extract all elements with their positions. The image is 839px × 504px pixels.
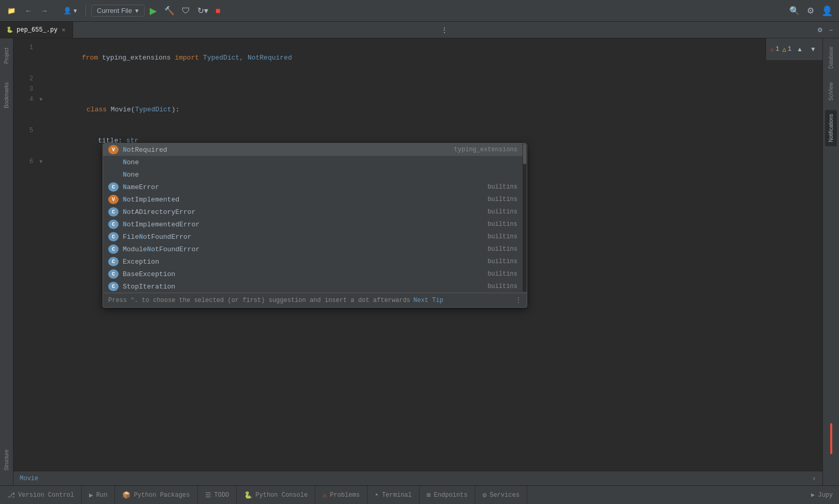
breadcrumb-movie[interactable]: Movie <box>20 475 38 482</box>
ac-name-notadirectoryerror: NotADirectoryError <box>123 208 487 216</box>
run-button[interactable]: ▶ <box>148 3 159 19</box>
ac-rest-none-2: one <box>127 171 139 179</box>
autocomplete-item-none-2[interactable]: None <box>103 168 527 181</box>
editor-content[interactable]: 1 from typing_extensions import TypedDic… <box>13 38 822 471</box>
search-icon: 🔍 <box>789 6 800 16</box>
sidebar-item-notifications[interactable]: Notifications <box>825 110 837 146</box>
ac-rest-notadirectoryerror: otADirectoryError <box>127 208 196 216</box>
ac-highlight-n: N <box>123 146 127 154</box>
ac-rest-nameerror: ameError <box>127 183 159 191</box>
ac-icon-c-filenotfound: C <box>108 232 119 241</box>
ac-source-notadirectoryerror: builtins <box>487 208 522 215</box>
tab-close-button[interactable]: × <box>61 26 66 34</box>
bottom-tab-python-console[interactable]: 🐍 Python Console <box>237 486 315 504</box>
autocomplete-item-baseexception[interactable]: C BaseException builtins <box>103 268 527 280</box>
autocomplete-item-none-1[interactable]: None <box>103 156 527 168</box>
stop-icon: ■ <box>215 6 221 16</box>
fold-icon-6[interactable]: ▼ <box>39 157 44 167</box>
expand-icon[interactable]: › <box>812 474 816 483</box>
settings-tab-button[interactable]: ⚙ <box>815 24 825 36</box>
bottom-tab-terminal[interactable]: ▪ Terminal <box>368 486 420 504</box>
jupyter-label: Jupy <box>818 492 833 499</box>
ac-icon-c-notadir: C <box>108 207 119 217</box>
autocomplete-item-notrequired[interactable]: V NotRequired typing_extensions <box>103 143 527 156</box>
ac-name-notimplemented: NotImplemented <box>123 196 487 204</box>
bottom-tab-todo[interactable]: ☰ TODO <box>198 486 237 504</box>
bottom-tab-services[interactable]: ⚙ Services <box>475 486 527 504</box>
bottom-tab-version-control[interactable]: ⎇ Version Control <box>0 486 82 504</box>
sidebar-item-project[interactable]: Project <box>1 44 12 68</box>
main-area: Project Bookmarks Structure ⚠ 1 △ 1 ▲ ▼ … <box>0 38 839 485</box>
ac-text-exception: Exception <box>123 258 159 266</box>
jupyter-button[interactable]: ▶ Jupy <box>805 486 839 504</box>
kw-from: from <box>82 54 102 62</box>
ac-icon-c-notimplementederror: C <box>108 220 119 229</box>
nav-folder-button[interactable]: 📁 <box>4 5 19 17</box>
ac-icon-v-notrequired: V <box>108 145 119 154</box>
tip-next-link[interactable]: Next Tip <box>413 297 443 304</box>
nav-back-button[interactable]: ← <box>22 5 35 17</box>
settings-icon: ⚙ <box>807 6 814 16</box>
python-console-icon: 🐍 <box>244 491 252 499</box>
reload-button[interactable]: ↻ ▾ <box>195 4 210 18</box>
bottom-tab-python-packages[interactable]: 📦 Python Packages <box>115 486 197 504</box>
ac-highlight-n1: N <box>123 159 127 166</box>
sidebar-item-database[interactable]: Database <box>825 42 837 73</box>
play-icon: ▶ <box>150 5 157 17</box>
ac-text-baseexception: BaseException <box>123 270 175 278</box>
search-button[interactable]: 🔍 <box>787 4 802 18</box>
autocomplete-item-nameerror[interactable]: C NameError builtins <box>103 181 527 193</box>
autocomplete-scrollbar[interactable] <box>523 143 527 292</box>
run-config-button[interactable]: Current File ▾ <box>91 5 144 17</box>
autocomplete-item-exception[interactable]: C Exception builtins <box>103 255 527 268</box>
line-number-2: 2 <box>13 74 39 84</box>
fold-icon-4[interactable]: ▼ <box>39 95 44 105</box>
ac-text-stopiteration: StopIteration <box>123 283 175 291</box>
user-button[interactable]: 👤 ▾ <box>60 5 80 17</box>
minimize-button[interactable]: − <box>827 24 835 36</box>
coverage-icon: 🛡 <box>182 6 190 16</box>
punct-paren: ( <box>131 106 135 113</box>
terminal-label: Terminal <box>382 492 412 499</box>
ac-name-none-2: None <box>123 171 517 179</box>
ac-rest-filenotfound: otFoundError <box>143 233 192 241</box>
bottom-toolbar: ⎇ Version Control ▶ Run 📦 Python Package… <box>0 485 839 504</box>
folder-icon: 📁 <box>7 7 16 15</box>
settings-button[interactable]: ⚙ <box>805 4 816 18</box>
ac-name-baseexception: BaseException <box>123 270 487 278</box>
line-number-6: 6 <box>13 156 39 167</box>
coverage-button[interactable]: 🛡 <box>180 4 192 18</box>
stop-button[interactable]: ■ <box>213 4 223 18</box>
bottom-tab-problems[interactable]: ⚠ Problems <box>315 486 367 504</box>
autocomplete-item-modulenotfounderror[interactable]: C ModuleNotFoundError builtins <box>103 243 527 255</box>
back-icon: ← <box>25 7 32 15</box>
packages-label: Python Packages <box>134 492 190 499</box>
sidebar-item-bookmarks[interactable]: Bookmarks <box>1 78 12 112</box>
autocomplete-item-stopiteration[interactable]: C StopIteration builtins <box>103 280 527 293</box>
code-line-1: 1 from typing_extensions import TypedDic… <box>13 42 822 74</box>
ac-source-exception: builtins <box>487 258 522 265</box>
kw-import: import <box>171 54 203 62</box>
build-button[interactable]: 🔨 <box>162 4 177 18</box>
sidebar-item-structure[interactable]: Structure <box>1 445 12 475</box>
autocomplete-item-notimplemented[interactable]: V NotImplemented builtins <box>103 193 527 206</box>
endpoints-label: Endpoints <box>434 492 468 499</box>
ac-rest-notrequired: otRequired <box>127 146 167 154</box>
class-name: Movie <box>111 106 131 113</box>
bottom-tab-run[interactable]: ▶ Run <box>82 486 115 504</box>
profile-icon: 👤 <box>821 5 833 17</box>
bottom-tab-endpoints[interactable]: ⊞ Endpoints <box>420 486 475 504</box>
tab-pep655[interactable]: 🐍 pep_655_.py × <box>0 22 73 38</box>
ac-rest-none-1: one <box>127 159 139 166</box>
autocomplete-item-filenotfounderror[interactable]: C FileNotFoundError builtins <box>103 231 527 243</box>
profile-button[interactable]: 👤 <box>819 3 835 19</box>
tab-menu-button[interactable]: ⋮ <box>438 26 451 34</box>
version-control-icon: ⎇ <box>7 491 15 499</box>
autocomplete-item-notimplementederror[interactable]: C NotImplementedError builtins <box>103 218 527 231</box>
sidebar-item-sciview[interactable]: SciView <box>825 78 837 105</box>
reload-dropdown-icon: ▾ <box>204 6 208 16</box>
terminal-icon: ▪ <box>375 491 379 499</box>
tip-menu-button[interactable]: ⋮ <box>515 296 522 304</box>
nav-forward-button[interactable]: → <box>38 5 51 17</box>
autocomplete-item-notadirectoryerror[interactable]: C NotADirectoryError builtins <box>103 206 527 218</box>
